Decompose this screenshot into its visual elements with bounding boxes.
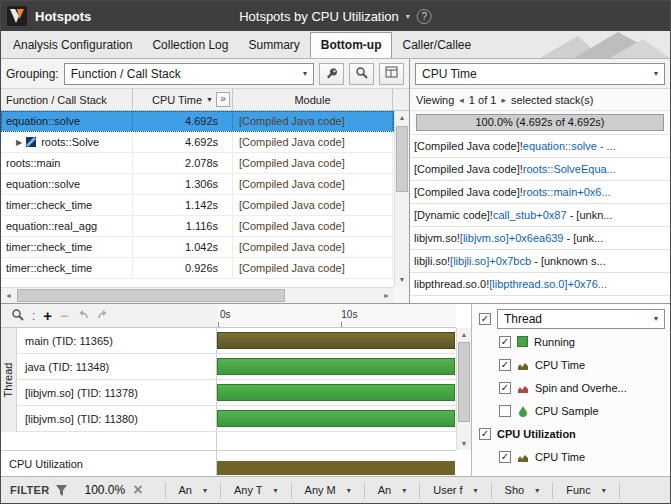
thread-activity-track[interactable] [217, 406, 456, 431]
thread-label-text: [libjvm.so] (TID: 11380) [25, 413, 138, 425]
view-title-dropdown[interactable]: Hotspots by CPU Utilization ▾ ? [239, 9, 432, 24]
grid-horizontal-scrollbar[interactable]: ◄ ► [1, 287, 394, 303]
stack-frame[interactable]: [Compiled Java code]!roots::SolveEqua... [410, 158, 670, 181]
undo-zoom-button[interactable] [77, 309, 89, 323]
scroll-left-button[interactable]: ◄ [1, 288, 16, 303]
stack-frame[interactable]: libpthread.so.0![libpthread.so.0]+0x76..… [410, 273, 670, 296]
column-header-module[interactable]: Module [233, 89, 393, 110]
next-stack-button[interactable]: ▸ [501, 95, 506, 105]
filter-thread-dropdown[interactable]: Any T▾ [220, 482, 291, 499]
thread-activity-track[interactable] [217, 354, 456, 379]
configure-columns-button[interactable] [379, 63, 404, 85]
stack-metric-value: CPU Time [422, 67, 477, 81]
column-header-cpu-time[interactable]: CPU Time ▼ » [133, 89, 233, 110]
stack-frame-link[interactable]: [libjvm.so]+0x6ea639 [460, 232, 564, 244]
thread-row-label[interactable]: java (TID: 11348) [17, 354, 217, 379]
tab-collection-log[interactable]: Collection Log [142, 33, 238, 58]
stack-frame[interactable]: [Compiled Java code]!equation::solve - .… [410, 135, 670, 158]
viewing-label: Viewing [416, 94, 454, 106]
column-header-function[interactable]: Function / Call Stack [1, 89, 133, 110]
clear-filter-button[interactable]: × [133, 482, 142, 498]
scrollbar-thumb[interactable] [396, 126, 408, 192]
thread-row-label[interactable]: main (TID: 11365) [17, 328, 217, 353]
stack-frame[interactable]: [Dynamic code]!call_stub+0x87 - [unkn... [410, 204, 670, 227]
table-row[interactable]: timer::check_time 0.926s [Compiled Java … [1, 258, 394, 279]
thread-row-label[interactable]: [libjvm.so] (TID: 11378) [17, 380, 217, 405]
stack-frame-link[interactable]: call_stub+0x87 [493, 209, 567, 221]
scrollbar-thumb[interactable] [458, 342, 470, 422]
thread-checkbox[interactable]: ✓ [479, 313, 491, 325]
stack-frame-link[interactable]: roots::SolveEqua... [523, 163, 616, 175]
legend-thread-dropdown[interactable]: Thread ▾ [497, 309, 665, 329]
cpu-utilization-checkbox[interactable]: ✓ [479, 428, 491, 440]
zoom-out-button[interactable]: − [60, 308, 69, 323]
expand-columns-button[interactable]: » [216, 92, 230, 107]
scroll-up-button[interactable]: ▲ [457, 328, 471, 341]
stack-frame-link[interactable]: [libpthread.so.0]+0x76... [489, 278, 607, 290]
cpu-utilization-chart[interactable] [217, 451, 456, 476]
previous-stack-button[interactable]: ◂ [459, 95, 464, 105]
scrollbar-thumb[interactable] [17, 289, 285, 302]
scroll-down-button[interactable]: ▼ [457, 437, 471, 450]
running-checkbox[interactable]: ✓ [499, 336, 511, 348]
grouping-value: Function / Call Stack [71, 67, 181, 81]
search-button[interactable] [349, 63, 374, 85]
table-row[interactable]: timer::check_time 1.142s [Compiled Java … [1, 195, 394, 216]
stack-metric-dropdown[interactable]: CPU Time ▾ [415, 63, 665, 85]
cpu-time-2-checkbox[interactable]: ✓ [499, 451, 511, 463]
stack-frame[interactable]: libjvm.so![libjvm.so]+0x6ea639 - [unk... [410, 227, 670, 250]
cpu-time-checkbox[interactable]: ✓ [499, 359, 511, 371]
chevron-down-icon: ▾ [602, 486, 606, 495]
cell-text: equation::solve [6, 178, 80, 190]
spin-overhead-chart-icon [517, 382, 529, 394]
stack-metric-toolbar: CPU Time ▾ [410, 59, 670, 89]
legend-item-running: ✓ Running [479, 330, 665, 353]
table-row[interactable]: equation::real_agg 1.116s [Compiled Java… [1, 216, 394, 237]
cpu-sample-checkbox[interactable] [499, 405, 511, 417]
stack-frame-link[interactable]: [libjli.so]+0x7bcb [450, 255, 531, 267]
stack-frame-link[interactable]: equation::solve - ... [523, 140, 616, 152]
thread-activity-track[interactable] [217, 380, 456, 405]
table-row[interactable]: roots::main 2.078s [Compiled Java code] [1, 153, 394, 174]
tab-summary[interactable]: Summary [238, 33, 309, 58]
filter-utilization-dropdown[interactable]: An▾ [364, 482, 419, 499]
table-row[interactable]: timer::check_time 1.042s [Compiled Java … [1, 237, 394, 258]
chevron-down-icon: ▾ [274, 486, 278, 495]
timeline-vertical-scrollbar[interactable]: ▲ ▼ [456, 328, 471, 450]
filter-loop-mode-dropdown[interactable]: Func▾ [552, 482, 619, 499]
zoom-in-button[interactable]: + [43, 308, 52, 323]
grid-vertical-scrollbar[interactable]: ▲ ▼ [394, 111, 409, 287]
stack-frame[interactable]: libjli.so![libjli.so]+0x7bcb - [unknown … [410, 250, 670, 273]
module-cell: [Compiled Java code] [233, 132, 393, 152]
table-row-selected[interactable]: equation::solve 4.692s [Compiled Java co… [1, 111, 394, 132]
tab-analysis-configuration[interactable]: Analysis Configuration [3, 33, 142, 58]
filter-module-dropdown[interactable]: Any M▾ [291, 482, 364, 499]
timeline-ruler[interactable]: 0s 10s [217, 304, 456, 328]
cell-text: [Compiled Java code] [239, 220, 345, 232]
scroll-down-button[interactable]: ▼ [395, 273, 409, 287]
filter-process-dropdown[interactable]: An▾ [165, 482, 220, 499]
filter-callstack-mode-dropdown[interactable]: User f▾ [419, 482, 490, 499]
stack-frame[interactable]: [Compiled Java code]!roots::main+0x6... [410, 181, 670, 204]
expand-icon[interactable]: ▶ [16, 138, 22, 147]
grouping-dropdown[interactable]: Function / Call Stack ▾ [64, 63, 314, 85]
customize-grouping-button[interactable] [319, 63, 344, 85]
filter-inline-mode-dropdown[interactable]: Sho▾ [491, 482, 553, 499]
spin-overhead-checkbox[interactable]: ✓ [499, 382, 511, 394]
table-row[interactable]: equation::solve 1.306s [Compiled Java co… [1, 174, 394, 195]
cell-text: 1.116s [186, 220, 218, 232]
thread-activity-bar[interactable] [217, 384, 455, 401]
thread-row-label[interactable]: [libjvm.so] (TID: 11380) [17, 406, 217, 431]
scroll-right-button[interactable]: ► [379, 288, 394, 303]
thread-activity-track[interactable] [217, 328, 456, 353]
redo-zoom-button[interactable] [97, 309, 109, 323]
table-row-child[interactable]: ▶ roots::Solve 4.692s [Compiled Java cod… [1, 132, 394, 153]
thread-activity-bar[interactable] [217, 332, 455, 349]
scroll-up-button[interactable]: ▲ [395, 111, 409, 125]
tab-bottom-up[interactable]: Bottom-up [310, 32, 393, 59]
stack-frame-link[interactable]: roots::main+0x6... [523, 186, 611, 198]
help-icon[interactable]: ? [417, 9, 432, 24]
thread-activity-bar[interactable] [217, 358, 455, 375]
tab-caller-callee[interactable]: Caller/Callee [392, 33, 481, 58]
thread-activity-bar[interactable] [217, 410, 455, 427]
